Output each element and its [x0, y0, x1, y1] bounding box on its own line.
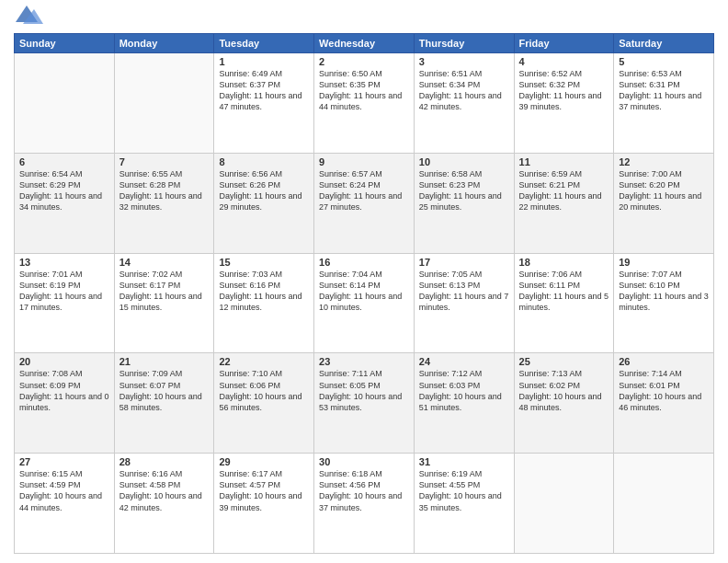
day-cell: 3Sunrise: 6:51 AM Sunset: 6:34 PM Daylig…: [414, 53, 514, 154]
day-cell: 10Sunrise: 6:58 AM Sunset: 6:23 PM Dayli…: [414, 153, 514, 253]
day-info: Sunrise: 6:57 AM Sunset: 6:24 PM Dayligh…: [319, 168, 409, 213]
day-number: 27: [19, 456, 109, 467]
day-info: Sunrise: 6:19 AM Sunset: 4:55 PM Dayligh…: [419, 468, 509, 513]
day-number: 5: [619, 56, 709, 67]
day-info: Sunrise: 6:17 AM Sunset: 4:57 PM Dayligh…: [219, 468, 309, 513]
day-cell: 15Sunrise: 7:03 AM Sunset: 6:16 PM Dayli…: [214, 253, 314, 353]
day-info: Sunrise: 6:52 AM Sunset: 6:32 PM Dayligh…: [519, 68, 609, 113]
day-number: 24: [419, 356, 509, 367]
day-info: Sunrise: 7:13 AM Sunset: 6:02 PM Dayligh…: [519, 368, 609, 413]
day-number: 15: [219, 257, 309, 268]
week-row-3: 13Sunrise: 7:01 AM Sunset: 6:19 PM Dayli…: [15, 253, 714, 353]
day-info: Sunrise: 6:54 AM Sunset: 6:29 PM Dayligh…: [19, 168, 109, 213]
day-number: 23: [319, 356, 409, 367]
page: SundayMondayTuesdayWednesdayThursdayFrid…: [0, 0, 728, 563]
day-cell: 20Sunrise: 7:08 AM Sunset: 6:09 PM Dayli…: [15, 353, 115, 454]
day-cell: 28Sunrise: 6:16 AM Sunset: 4:58 PM Dayli…: [114, 454, 214, 554]
day-number: 20: [19, 356, 109, 367]
logo: [14, 9, 43, 26]
day-info: Sunrise: 7:11 AM Sunset: 6:05 PM Dayligh…: [319, 368, 409, 413]
day-number: 18: [519, 257, 609, 268]
day-cell: [514, 454, 614, 554]
weekday-header-tuesday: Tuesday: [214, 34, 314, 53]
day-info: Sunrise: 6:56 AM Sunset: 6:26 PM Dayligh…: [219, 168, 309, 213]
day-info: Sunrise: 7:12 AM Sunset: 6:03 PM Dayligh…: [419, 368, 509, 413]
day-number: 28: [119, 456, 210, 467]
day-number: 19: [619, 257, 709, 268]
day-cell: 22Sunrise: 7:10 AM Sunset: 6:06 PM Dayli…: [214, 353, 314, 454]
day-cell: [114, 53, 214, 154]
weekday-header-wednesday: Wednesday: [314, 34, 415, 53]
day-number: 13: [19, 257, 109, 268]
calendar-table: SundayMondayTuesdayWednesdayThursdayFrid…: [14, 33, 714, 554]
day-cell: 19Sunrise: 7:07 AM Sunset: 6:10 PM Dayli…: [614, 253, 714, 353]
day-cell: 24Sunrise: 7:12 AM Sunset: 6:03 PM Dayli…: [414, 353, 514, 454]
day-cell: 30Sunrise: 6:18 AM Sunset: 4:56 PM Dayli…: [314, 454, 415, 554]
day-info: Sunrise: 7:09 AM Sunset: 6:07 PM Dayligh…: [119, 368, 210, 413]
day-cell: 13Sunrise: 7:01 AM Sunset: 6:19 PM Dayli…: [15, 253, 115, 353]
day-number: 3: [419, 56, 509, 67]
logo-icon: [16, 6, 43, 26]
weekday-header-monday: Monday: [114, 34, 214, 53]
week-row-2: 6Sunrise: 6:54 AM Sunset: 6:29 PM Daylig…: [15, 153, 714, 253]
day-info: Sunrise: 6:55 AM Sunset: 6:28 PM Dayligh…: [119, 168, 210, 213]
day-cell: 4Sunrise: 6:52 AM Sunset: 6:32 PM Daylig…: [514, 53, 614, 154]
week-row-1: 1Sunrise: 6:49 AM Sunset: 6:37 PM Daylig…: [15, 53, 714, 154]
day-number: 30: [319, 456, 409, 467]
day-info: Sunrise: 6:51 AM Sunset: 6:34 PM Dayligh…: [419, 68, 509, 113]
day-info: Sunrise: 7:06 AM Sunset: 6:11 PM Dayligh…: [519, 269, 609, 314]
day-number: 16: [319, 257, 409, 268]
header: [14, 9, 714, 26]
day-info: Sunrise: 6:58 AM Sunset: 6:23 PM Dayligh…: [419, 168, 509, 213]
day-info: Sunrise: 6:15 AM Sunset: 4:59 PM Dayligh…: [19, 468, 109, 513]
day-number: 11: [519, 156, 609, 167]
day-cell: 27Sunrise: 6:15 AM Sunset: 4:59 PM Dayli…: [15, 454, 115, 554]
day-info: Sunrise: 6:49 AM Sunset: 6:37 PM Dayligh…: [219, 68, 309, 113]
day-cell: 5Sunrise: 6:53 AM Sunset: 6:31 PM Daylig…: [614, 53, 714, 154]
day-number: 2: [319, 56, 409, 67]
day-info: Sunrise: 7:02 AM Sunset: 6:17 PM Dayligh…: [119, 269, 210, 314]
day-cell: 17Sunrise: 7:05 AM Sunset: 6:13 PM Dayli…: [414, 253, 514, 353]
day-cell: 23Sunrise: 7:11 AM Sunset: 6:05 PM Dayli…: [314, 353, 415, 454]
day-number: 1: [219, 56, 309, 67]
day-number: 4: [519, 56, 609, 67]
weekday-header-saturday: Saturday: [614, 34, 714, 53]
week-row-4: 20Sunrise: 7:08 AM Sunset: 6:09 PM Dayli…: [15, 353, 714, 454]
day-number: 17: [419, 257, 509, 268]
day-number: 7: [119, 156, 210, 167]
weekday-header-friday: Friday: [514, 34, 614, 53]
day-cell: 21Sunrise: 7:09 AM Sunset: 6:07 PM Dayli…: [114, 353, 214, 454]
day-info: Sunrise: 7:03 AM Sunset: 6:16 PM Dayligh…: [219, 269, 309, 314]
day-cell: 9Sunrise: 6:57 AM Sunset: 6:24 PM Daylig…: [314, 153, 415, 253]
day-cell: [614, 454, 714, 554]
day-info: Sunrise: 7:10 AM Sunset: 6:06 PM Dayligh…: [219, 368, 309, 413]
day-info: Sunrise: 6:53 AM Sunset: 6:31 PM Dayligh…: [619, 68, 709, 113]
day-info: Sunrise: 7:07 AM Sunset: 6:10 PM Dayligh…: [619, 269, 709, 314]
day-cell: 1Sunrise: 6:49 AM Sunset: 6:37 PM Daylig…: [214, 53, 314, 154]
day-cell: 29Sunrise: 6:17 AM Sunset: 4:57 PM Dayli…: [214, 454, 314, 554]
day-number: 6: [19, 156, 109, 167]
day-cell: 8Sunrise: 6:56 AM Sunset: 6:26 PM Daylig…: [214, 153, 314, 253]
day-info: Sunrise: 7:08 AM Sunset: 6:09 PM Dayligh…: [19, 368, 109, 413]
day-info: Sunrise: 7:04 AM Sunset: 6:14 PM Dayligh…: [319, 269, 409, 314]
day-info: Sunrise: 6:16 AM Sunset: 4:58 PM Dayligh…: [119, 468, 210, 513]
day-cell: 14Sunrise: 7:02 AM Sunset: 6:17 PM Dayli…: [114, 253, 214, 353]
day-info: Sunrise: 7:01 AM Sunset: 6:19 PM Dayligh…: [19, 269, 109, 314]
day-number: 26: [619, 356, 709, 367]
day-info: Sunrise: 6:18 AM Sunset: 4:56 PM Dayligh…: [319, 468, 409, 513]
day-cell: 26Sunrise: 7:14 AM Sunset: 6:01 PM Dayli…: [614, 353, 714, 454]
day-number: 25: [519, 356, 609, 367]
week-row-5: 27Sunrise: 6:15 AM Sunset: 4:59 PM Dayli…: [15, 454, 714, 554]
day-cell: 18Sunrise: 7:06 AM Sunset: 6:11 PM Dayli…: [514, 253, 614, 353]
day-cell: 11Sunrise: 6:59 AM Sunset: 6:21 PM Dayli…: [514, 153, 614, 253]
day-cell: [15, 53, 115, 154]
day-number: 21: [119, 356, 210, 367]
day-cell: 25Sunrise: 7:13 AM Sunset: 6:02 PM Dayli…: [514, 353, 614, 454]
day-cell: 31Sunrise: 6:19 AM Sunset: 4:55 PM Dayli…: [414, 454, 514, 554]
day-cell: 2Sunrise: 6:50 AM Sunset: 6:35 PM Daylig…: [314, 53, 415, 154]
day-number: 12: [619, 156, 709, 167]
day-number: 10: [419, 156, 509, 167]
day-number: 14: [119, 257, 210, 268]
day-number: 8: [219, 156, 309, 167]
day-info: Sunrise: 6:50 AM Sunset: 6:35 PM Dayligh…: [319, 68, 409, 113]
